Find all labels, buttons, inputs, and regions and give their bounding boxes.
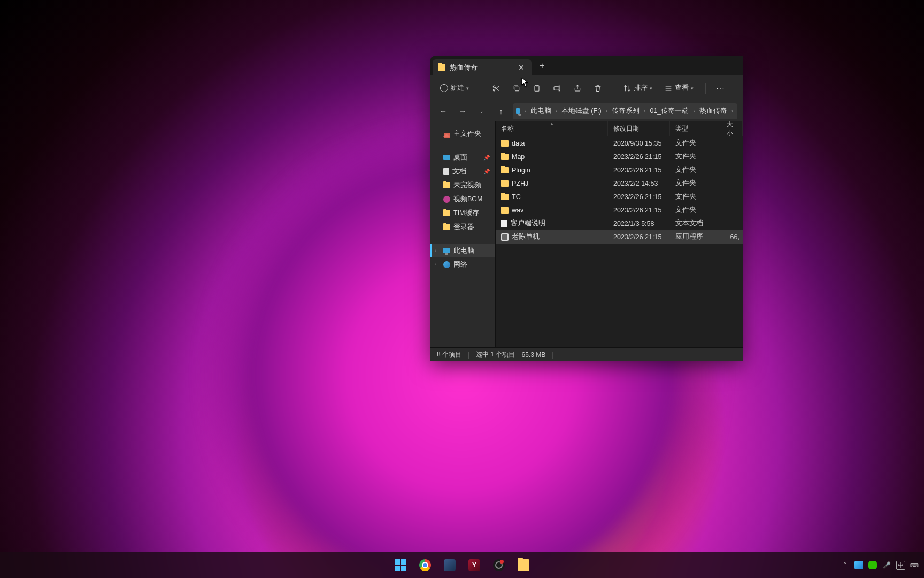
wechat-icon (868, 561, 877, 569)
file-row[interactable]: Map2023/2/26 21:15文件夹 (496, 150, 743, 163)
delete-button[interactable] (589, 80, 606, 97)
taskbar-app1[interactable] (439, 554, 460, 576)
tab-title: 热血传奇 (450, 63, 478, 72)
file-name: data (512, 140, 525, 147)
chevron-right-icon: › (556, 108, 557, 114)
cut-button[interactable] (488, 80, 505, 97)
sidebar-home[interactable]: 主文件夹 (430, 127, 495, 141)
tray-copilot[interactable] (854, 561, 863, 569)
chevron-right-icon[interactable]: › (435, 262, 436, 267)
file-row[interactable]: data2020/9/30 15:35文件夹 (496, 136, 743, 150)
file-row[interactable]: wav2023/2/26 21:15文件夹 (496, 203, 743, 217)
new-label: 新建 (450, 83, 464, 93)
tray-microphone[interactable]: 🎤 (882, 561, 891, 569)
ellipsis-icon: ··· (717, 85, 725, 92)
taskbar-explorer[interactable] (513, 554, 534, 576)
column-type[interactable]: 类型 (670, 121, 721, 136)
ime-icon: ⌨ (910, 562, 919, 569)
taskbar-chrome[interactable] (414, 554, 436, 576)
tray-wechat[interactable] (868, 561, 877, 569)
sidebar-quick-item[interactable]: 桌面 📌 (430, 150, 495, 164)
new-tab-button[interactable]: + (534, 58, 551, 74)
svg-point-1 (493, 89, 495, 90)
share-button[interactable] (569, 80, 586, 97)
folder-icon (501, 207, 509, 214)
folder-icon (443, 224, 450, 230)
column-date[interactable]: 修改日期 (608, 121, 670, 136)
copy-button[interactable] (508, 80, 525, 97)
sidebar-label: 登录器 (453, 223, 474, 232)
rename-icon (553, 84, 561, 93)
explorer-body: 主文件夹 桌面 📌 文档 📌 未完视频 (430, 121, 743, 347)
sidebar-quick-item[interactable]: 文档 📌 (430, 164, 495, 178)
nav-bar: ← → ⌄ ↑ › 此电脑 › 本地磁盘 (F:) › 传奇系列 › 01_传奇… (430, 101, 743, 121)
file-name: 客户端说明 (511, 219, 545, 228)
breadcrumb-item[interactable]: 此电脑 (528, 105, 553, 117)
file-row[interactable]: TC2023/2/26 21:15文件夹 (496, 190, 743, 203)
close-tab-button[interactable]: ✕ (517, 63, 526, 72)
folder-icon (501, 140, 509, 147)
column-size[interactable]: 大小 (721, 121, 743, 136)
chevron-right-icon: › (524, 108, 526, 114)
paste-button[interactable] (528, 80, 545, 97)
system-tray: ˄ 🎤 中 ⌨ (841, 561, 924, 569)
start-button[interactable] (390, 554, 411, 576)
breadcrumb-item[interactable]: 01_传奇一端 (648, 105, 691, 117)
view-button[interactable]: 查看 ▾ (661, 80, 699, 97)
list-icon (664, 84, 673, 93)
sidebar-quick-item[interactable]: TIM缓存 (430, 206, 495, 220)
taskbar-obs[interactable] (488, 554, 510, 576)
copy-icon (512, 84, 521, 93)
sidebar-quick-item[interactable]: 登录器 (430, 220, 495, 234)
file-row[interactable]: Plugin2023/2/26 21:15文件夹 (496, 163, 743, 177)
file-row[interactable]: 客户端说明2022/1/3 5:58文本文档 (496, 217, 743, 230)
tray-ime2[interactable]: ⌨ (910, 561, 919, 569)
more-button[interactable]: ··· (712, 80, 729, 97)
forward-button[interactable]: → (455, 104, 470, 119)
taskbar-app2[interactable] (464, 554, 485, 576)
file-row[interactable]: PZHJ2023/2/2 14:53文件夹 (496, 177, 743, 190)
up-button[interactable]: ↑ (494, 104, 509, 119)
file-name: 老陈单机 (512, 232, 540, 241)
sidebar-quick-item[interactable]: 未完视频 (430, 178, 495, 192)
share-icon (573, 84, 582, 93)
app-icon (444, 559, 456, 571)
arrow-left-icon: ← (440, 107, 447, 116)
sidebar-quick-item[interactable]: 视频BGM (430, 192, 495, 206)
chevron-down-icon: ▾ (650, 86, 652, 91)
breadcrumb-item[interactable]: 热血传奇 (697, 105, 729, 117)
column-label: 名称 (501, 124, 514, 133)
taskbar-center (390, 554, 534, 576)
file-type: 文本文档 (670, 219, 721, 228)
sidebar-network[interactable]: › 网络 (430, 257, 495, 271)
separator: | (468, 351, 469, 359)
new-button[interactable]: + 新建 ▾ (437, 80, 474, 97)
tray-ime[interactable]: 中 (896, 561, 905, 569)
rename-button[interactable] (549, 80, 566, 97)
file-type: 文件夹 (670, 139, 721, 148)
history-button[interactable]: ⌄ (474, 104, 489, 119)
file-name: PZHJ (512, 180, 528, 187)
sidebar-label: 视频BGM (453, 195, 482, 204)
column-name[interactable]: ▴ 名称 (496, 121, 608, 136)
file-row[interactable]: 老陈单机2023/2/26 21:15应用程序66, (496, 230, 743, 244)
file-date: 2023/2/26 21:15 (608, 166, 670, 174)
chevron-right-icon: › (732, 108, 733, 114)
app-icon (468, 559, 480, 571)
back-button[interactable]: ← (436, 104, 451, 119)
tab-active[interactable]: 热血传奇 ✕ (433, 59, 532, 75)
clipboard-icon (533, 84, 541, 93)
toolbar: + 新建 ▾ 排序 ▾ 查看 ▾ (430, 75, 743, 101)
sort-button[interactable]: 排序 ▾ (620, 80, 658, 97)
folder-icon (501, 180, 509, 187)
tray-overflow-button[interactable]: ˄ (841, 561, 849, 569)
sidebar-thispc[interactable]: › 此电脑 (430, 244, 495, 257)
breadcrumb-item[interactable]: 本地磁盘 (F:) (559, 105, 604, 117)
file-date: 2023/2/2 14:53 (608, 180, 670, 187)
chevron-right-icon[interactable]: › (435, 248, 436, 253)
sort-asc-icon: ▴ (551, 121, 553, 126)
breadcrumb-item[interactable]: 传奇系列 (610, 105, 642, 117)
address-bar[interactable]: › 此电脑 › 本地磁盘 (F:) › 传奇系列 › 01_传奇一端 › 热血传… (513, 103, 737, 119)
file-rows[interactable]: data2020/9/30 15:35文件夹Map2023/2/26 21:15… (496, 136, 743, 347)
file-type: 文件夹 (670, 192, 721, 201)
